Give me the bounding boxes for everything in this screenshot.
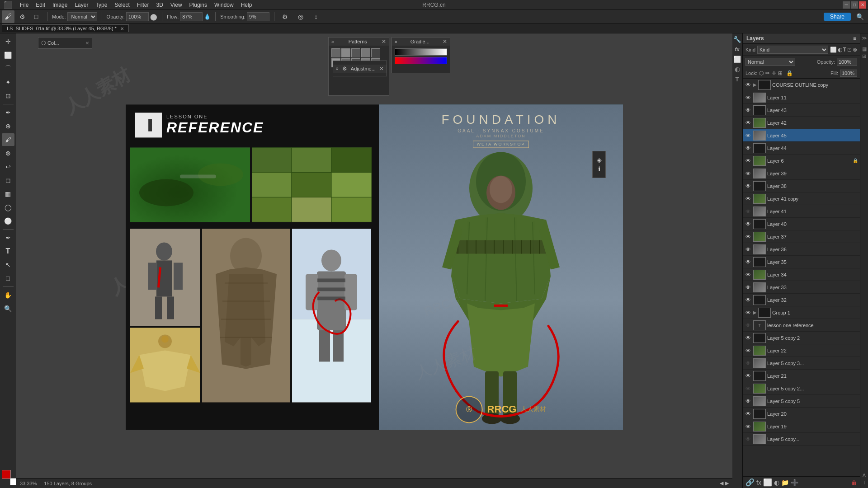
delete-layer-icon[interactable]: 🗑 [851, 479, 857, 486]
type-filter-icon[interactable]: T [843, 47, 846, 53]
menu-3d[interactable]: 3D [152, 2, 166, 8]
menu-plugins[interactable]: Plugins [186, 2, 211, 8]
layer-item[interactable]: 👁 Layer 34 [743, 268, 860, 281]
add-layer-icon[interactable]: ➕ [791, 479, 798, 486]
edge-icon-3[interactable]: A [861, 473, 868, 479]
menu-view[interactable]: View [167, 2, 186, 8]
layer-item[interactable]: 👁 Layer 45 [743, 129, 860, 142]
adjustments-header[interactable]: » ⚙ Adjustme... ✕ [333, 65, 387, 73]
layer-item[interactable]: 👁 Layer 6 🔒 [743, 155, 860, 167]
tool-preset-icon[interactable]: □ [30, 10, 42, 23]
layer-visibility[interactable]: 👁 [745, 246, 752, 253]
settings-icon[interactable]: ⚙ [279, 10, 292, 23]
layer-item[interactable]: 👁 Layer 42 [743, 117, 860, 129]
layer-item[interactable]: 👁 Layer 32 [743, 294, 860, 306]
menu-edit[interactable]: Edit [32, 2, 49, 8]
layer-item[interactable]: 👁 ▶ COURSE OUTLINE copy [743, 79, 860, 91]
edge-icon-2[interactable]: ⊞ [861, 53, 868, 60]
layer-item[interactable]: 👁 Layer 40 [743, 218, 860, 230]
layer-item[interactable]: 👁 Layer 41 [743, 205, 860, 218]
add-mask-icon[interactable]: ⬜ [763, 478, 772, 487]
lock-pixels-icon[interactable]: ✏ [765, 70, 770, 76]
edge-icon-4[interactable]: T [861, 480, 868, 486]
zoom-tool[interactable]: 🔍 [2, 302, 14, 315]
col-panel[interactable]: ⬡ Col... ✕ [38, 37, 92, 49]
layers-list[interactable]: 👁 ▶ COURSE OUTLINE copy 👁 Layer 11 👁 Lay… [743, 79, 860, 476]
layer-item[interactable]: 👁 Layer 44 [743, 142, 860, 155]
dodge-tool[interactable]: ⚪ [2, 215, 14, 227]
group-arrow[interactable]: ▶ [753, 310, 757, 315]
layer-visibility[interactable]: 👁 [745, 322, 752, 329]
menu-select[interactable]: Select [111, 2, 133, 8]
options-icon[interactable]: ⚙ [16, 10, 28, 23]
info-icon[interactable]: ℹ [598, 165, 600, 173]
layer-item[interactable]: 👁 ▶ Group 1 [743, 306, 860, 319]
layer-visibility[interactable]: 👁 [745, 157, 752, 164]
layer-visibility[interactable]: 👁 [745, 94, 752, 101]
crop-tool[interactable]: ⊡ [2, 89, 14, 102]
layer-visibility[interactable]: 👁 [745, 145, 752, 152]
menu-window[interactable]: Window [211, 2, 237, 8]
adjustments-close[interactable]: ✕ [379, 66, 384, 72]
flow-input[interactable] [180, 12, 203, 21]
layer-item[interactable]: 👁 Layer 36 [743, 243, 860, 256]
rectangular-marquee-tool[interactable]: ⬜ [2, 49, 14, 61]
type-tool[interactable]: T [2, 245, 14, 258]
lock-position-icon[interactable]: ✛ [772, 70, 776, 76]
layer-visibility[interactable]: 👁 [745, 385, 752, 392]
gradient-panel[interactable]: » Gradie... ✕ [392, 37, 450, 73]
gradient-panel-header[interactable]: » Gradie... ✕ [392, 38, 450, 46]
layer-visibility[interactable]: 👁 [745, 107, 752, 114]
history-brush-tool[interactable]: ↩ [2, 160, 14, 173]
layer-item[interactable]: 👁 Layer 5 copy 2... [743, 382, 860, 395]
layer-item[interactable]: 👁 Layer 43 [743, 104, 860, 117]
navigator-icon[interactable]: ◈ [597, 156, 602, 164]
group-arrow[interactable]: ▶ [753, 82, 757, 87]
maximize-button[interactable]: □ [851, 1, 858, 9]
path-selection-tool[interactable]: ↖ [2, 258, 14, 271]
hand-tool[interactable]: ✋ [2, 289, 14, 301]
layer-visibility[interactable]: 👁 [745, 221, 752, 228]
layer-item[interactable]: 👁 Layer 35 [743, 256, 860, 268]
canvas-area[interactable]: 人人素材 RRCG.CN 人人素材 ▐ LESSON ONE REFERENCE [16, 33, 732, 488]
patterns-expand-icon[interactable]: » [331, 39, 334, 44]
layer-visibility[interactable]: 👁 [745, 334, 752, 342]
lock-all-icon[interactable]: 🔒 [786, 70, 793, 76]
mask-icon[interactable]: ⬜ [733, 55, 741, 63]
brush-size-icon[interactable]: ◎ [294, 10, 307, 23]
smoothing-input[interactable] [247, 12, 269, 21]
add-adjustment-icon[interactable]: ◐ [774, 479, 779, 486]
layer-item[interactable]: 👁 Layer 37 [743, 230, 860, 243]
opacity-input[interactable] [126, 12, 149, 21]
layer-visibility[interactable]: 👁 [745, 170, 752, 177]
layer-item[interactable]: 👁 Layer 5 copy... [743, 433, 860, 446]
magic-wand-tool[interactable]: ✦ [2, 76, 14, 89]
app-icon[interactable]: ⬛ [4, 0, 13, 9]
blend-mode-dropdown[interactable]: Normal [745, 58, 795, 66]
mode-dropdown[interactable]: Normal [67, 12, 97, 21]
pen-tool[interactable]: ✒ [2, 231, 14, 244]
share-button[interactable]: Share [824, 13, 851, 21]
layer-visibility[interactable]: 👁 [745, 258, 752, 266]
layer-visibility[interactable]: 👁 [745, 119, 752, 127]
adj-filter-icon[interactable]: ◐ [838, 47, 842, 53]
layer-visibility[interactable]: 👁 [745, 208, 752, 215]
fill-input[interactable] [840, 70, 857, 77]
brush-tool[interactable]: 🖌 [2, 133, 14, 146]
document-tab[interactable]: LS_SLIDES_01a.tif @ 33.3% (Layer 45, RGB… [2, 24, 129, 32]
menu-image[interactable]: Image [49, 2, 71, 8]
kind-dropdown[interactable]: Kind [757, 46, 828, 54]
layer-item[interactable]: 👁 Layer 39 [743, 167, 860, 180]
layer-item[interactable]: 👁 Layer 5 copy 2 [743, 332, 860, 344]
spot-heal-tool[interactable]: ⊕ [2, 120, 14, 132]
layer-item[interactable]: 👁 Layer 19 [743, 420, 860, 433]
layer-visibility[interactable]: 👁 [745, 436, 752, 443]
layer-visibility[interactable]: 👁 [745, 81, 752, 89]
menu-type[interactable]: Type [92, 2, 111, 8]
clone-tool[interactable]: ⊗ [2, 147, 14, 160]
shape-filter-icon[interactable]: ⊡ [847, 47, 852, 53]
layer-item[interactable]: 👁 T lesson one reference [743, 319, 860, 332]
layer-item[interactable]: 👁 Layer 41 copy [743, 192, 860, 205]
menu-file[interactable]: File [16, 2, 32, 8]
layer-visibility[interactable]: 👁 [745, 132, 752, 139]
